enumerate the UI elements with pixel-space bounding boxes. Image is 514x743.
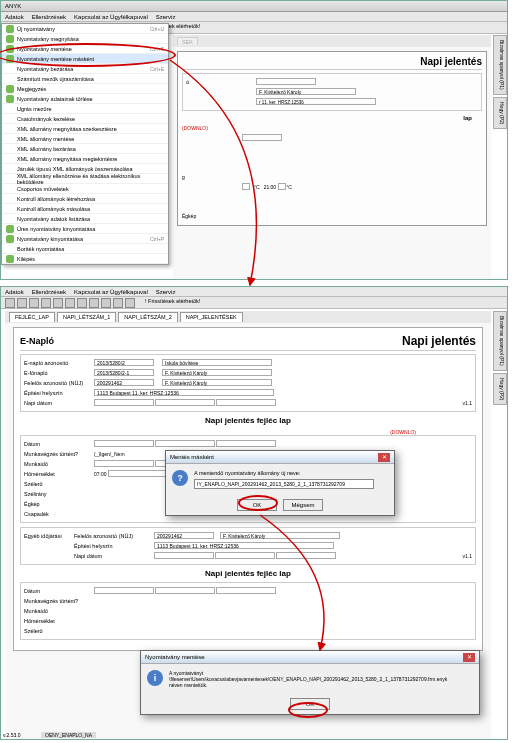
tab-fragment[interactable]: SEK [177,37,198,45]
download-label[interactable]: (DOWNLO) [182,125,482,131]
menu-item[interactable]: XML állomány bezárása [2,144,168,154]
date-d[interactable] [216,399,276,406]
menu-item[interactable]: Csatolmányok kezelése [2,114,168,124]
menu-item[interactable]: Nyomtatvány adatok listázása [2,214,168,224]
menu-ellenorzesek-2[interactable]: Ellenőrzések [32,287,66,296]
toolbar-icon[interactable] [113,298,123,308]
body-group-2: Egyéb időjárási Felelős azonosító (NÜJ) … [20,527,476,565]
igen-nem[interactable]: (_)Igen/_Nem [94,451,125,457]
menu-adatok[interactable]: Adatok [5,12,24,21]
toolbar-icon[interactable] [65,298,75,308]
menu-kapcsolat-2[interactable]: Kapcsolat az Ügyfélkapuval [74,287,148,296]
sidetab-p1[interactable]: Bizalmas spanyol (P1) [493,35,507,95]
menu-item[interactable]: Új nyomtatványCtrl+U [2,24,168,34]
form-header-napi: Napi jelentés [420,56,482,67]
tab-jelentesek[interactable]: NAPI_JELENTÉSEK [180,312,243,322]
val-felelos[interactable]: 200291462 [94,379,154,386]
label-efonaplo: E-főnapló [24,370,94,376]
value-field[interactable]: r 11. ker. HRSZ:12536 [256,98,376,105]
cancel-button-1[interactable]: Mégsem [283,499,323,511]
sidetab-p1-2[interactable]: Bizalmas spanyol (P1) [493,311,507,371]
menu-item[interactable]: XML állomány megnyitása szerkesztésre [2,124,168,134]
menu-kapcsolat[interactable]: Kapcsolat az Ügyfélkapuval [74,12,148,21]
date-m[interactable] [155,399,215,406]
label-enaplo-az: E-napló azonosító [24,360,94,366]
sidetab-p2[interactable]: Hogy (P2) [493,97,507,130]
menu-item[interactable]: Nyomtatvány kinyomtatásaCtrl+P [2,234,168,244]
tab-letszam2[interactable]: NAPI_LÉTSZÁM_2 [118,312,177,322]
header-group: E-napló azonosító 2013/5280/2 Iskola bőv… [20,354,476,412]
toolbar-icon[interactable] [125,298,135,308]
label-felelos: Felelős azonosító (NÜJ) [24,380,94,386]
toolbar-icon[interactable] [53,298,63,308]
val-felelos-2[interactable]: 200291462 [154,532,214,539]
label-fragment: ó [186,79,256,85]
tab-letszam1[interactable]: NAPI_LÉTSZÁM_1 [57,312,116,322]
menu-szerviz[interactable]: Szerviz [156,12,176,21]
adatok-dropdown: Új nyomtatványCtrl+UNyomtatvány megnyitá… [1,23,169,265]
form-id-footer: OENY_ENAPLO_NA [41,732,96,738]
menu-item[interactable]: Ugrás mezőre [2,104,168,114]
tab-fejlec[interactable]: FEJLÉC_LAP [9,312,55,322]
menu-item[interactable]: Kontroll állományok másolása [2,204,168,214]
toolbar-icon[interactable] [41,298,51,308]
val-kivitelezo[interactable]: F. Kivitelező Károly [162,369,272,376]
val-cim[interactable]: 1113 Budapest 11. ker. HRSZ:12536 [94,389,274,396]
val-kivitelezo2[interactable]: F. Kivitelező Károly [162,379,272,386]
menu-item[interactable]: Nyomtatvány mentése másként [2,54,168,64]
label-homerseklet: Hőmérséklet [24,471,94,477]
menu-item[interactable]: Nyomtatvány bezárásaCtrl+E [2,64,168,74]
menu-item[interactable]: Kontroll állományok létrehozása [2,194,168,204]
info-icon: i [147,670,163,686]
form-area-1: SEK Napi jelentés ó F. Kivitelező Károly… [173,35,491,279]
app-title: ANYK [5,3,21,9]
close-icon-2[interactable]: ✕ [463,653,475,662]
date-y[interactable] [94,399,154,406]
label-egkep: Égkép [24,501,94,507]
close-icon[interactable]: ✕ [378,453,390,462]
date-box[interactable] [242,134,282,141]
sidetab-p2-2[interactable]: Hogy (P2) [493,373,507,406]
val-enaplo-az[interactable]: 2013/5280/2 [94,359,154,366]
val-kiv-2[interactable]: F. Kivitelező Károly [220,532,340,539]
menu-item[interactable]: XML állomány mentése [2,134,168,144]
val-iskola[interactable]: Iskola bővítése [162,359,272,366]
toolbar-icon[interactable] [89,298,99,308]
menu-item[interactable]: Kilépés [2,254,168,264]
val-cim-2[interactable]: 1113 Budapest 11. ker. HRSZ:12536 [154,542,334,549]
menu-item[interactable]: Számított mezők újraszámítása [2,74,168,84]
label-szelirany: Szélirány [24,491,94,497]
menu-item[interactable]: Üres nyomtatvány kinyomtatása [2,224,168,234]
menu-item[interactable]: XML állomány ellenőrzése és átadása elek… [2,174,168,184]
toolbar-icon[interactable] [101,298,111,308]
dialog1-msg: A mentendő nyomtatvány állomány új neve: [194,470,374,476]
menubar-1: Adatok Ellenőrzések Kapcsolat az Ügyfélk… [1,12,507,22]
menu-item[interactable]: XML állomány megnyitása megtekintésre [2,154,168,164]
toolbar-icon[interactable] [77,298,87,308]
val-efonaplo[interactable]: 2013/5280/2-1 [94,369,154,376]
section-fragment: lap [182,115,482,121]
menu-szerviz-2[interactable]: Szerviz [156,287,176,296]
toolbar-icon[interactable] [17,298,27,308]
update-banner-2[interactable]: ! Frissítések elérhetők! [145,298,200,307]
menu-item[interactable]: Nyomtatvány adatainak törlése [2,94,168,104]
menu-item[interactable]: Boríték nyomtatása [2,244,168,254]
sidetabs-2: Bizalmas spanyol (P1) Hogy (P2) [493,311,507,405]
toolbar-icon[interactable] [29,298,39,308]
label-napi-datum: Napi dátum [24,400,94,406]
menu-item[interactable]: Nyomtatvány mentéseCtrl+S [2,44,168,54]
value-fragment[interactable] [256,78,316,85]
sidetabs-1: Bizalmas spanyol (P1) Hogy (P2) [493,35,507,129]
menu-item[interactable]: Megjegyzés [2,84,168,94]
menu-ellenorzesek[interactable]: Ellenőrzések [32,12,66,21]
ok-button-2[interactable]: OK [290,698,330,710]
menu-item[interactable]: Csoportos műveletek [2,184,168,194]
ok-button-1[interactable]: OK [237,499,277,511]
save-filename-input[interactable] [194,479,374,489]
question-icon: ? [172,470,188,486]
label-csapadek: Csapadék [24,511,94,517]
menu-adatok-2[interactable]: Adatok [5,287,24,296]
toolbar-icon[interactable] [5,298,15,308]
menu-item[interactable]: Nyomtatvány megnyitása [2,34,168,44]
value-field[interactable]: F. Kivitelező Károly [256,88,356,95]
